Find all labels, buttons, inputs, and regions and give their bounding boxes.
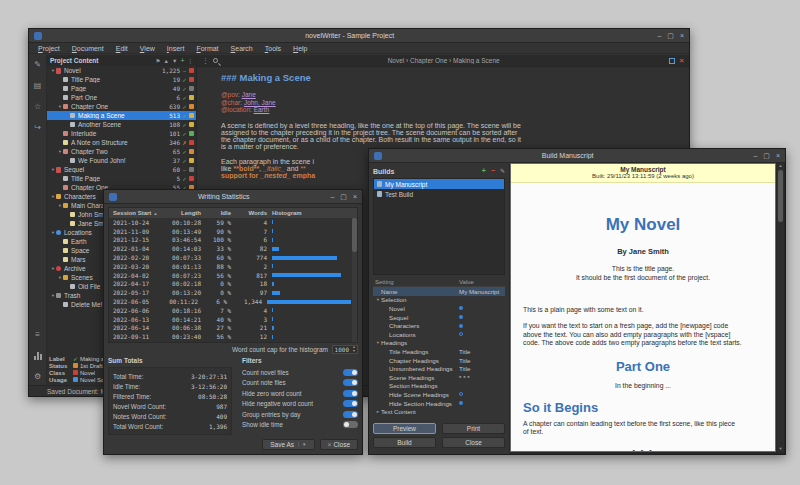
tree-row[interactable]: ▾Chapter Two65✓ — [47, 147, 196, 156]
stats-row[interactable]: 2021-12-1503:46:54100 %6 — [109, 236, 357, 245]
menu-edit[interactable]: Edit — [110, 45, 134, 52]
filter-toggle[interactable] — [343, 421, 358, 428]
move-up-icon[interactable]: ▲ — [164, 58, 169, 64]
stats-row[interactable]: 2022-04-1700:02:180 %18 — [109, 280, 357, 289]
tag-value[interactable]: Earth — [254, 106, 270, 113]
tag-value[interactable]: John, Jane — [244, 99, 276, 106]
setting-row[interactable]: Section Headings — [373, 382, 505, 391]
setting-row[interactable]: Locations — [373, 330, 505, 339]
tree-row[interactable]: Making a Scene513✓ — [47, 111, 196, 120]
setting-row[interactable]: Hide Section Headings — [373, 399, 505, 408]
tree-row[interactable]: Another Scene108✓ — [47, 120, 196, 129]
main-titlebar[interactable]: novelWriter - Sample Project – ▢ × — [29, 29, 689, 43]
filter-toggle[interactable] — [343, 400, 358, 407]
setting-row[interactable]: Hide Scene Headings — [373, 390, 505, 399]
stats-row[interactable]: 2022-06-0500:11:226 %1,344 — [109, 297, 357, 306]
menu-project[interactable]: Project — [32, 45, 66, 52]
sessions-table[interactable]: Session Start▲ Length Idle Words Histogr… — [108, 207, 358, 343]
preview-button[interactable]: Preview — [373, 423, 436, 434]
stats-titlebar[interactable]: Writing Statistics – ▢ × — [104, 190, 362, 204]
filter-toggle[interactable] — [343, 379, 358, 386]
sessions-table-header[interactable]: Session Start▲ Length Idle Words Histogr… — [109, 208, 357, 218]
stats-row[interactable]: 2021-10-2400:10:2859 %4 — [109, 218, 357, 227]
maximize-button[interactable]: ▢ — [763, 152, 770, 160]
menu-tools[interactable]: Tools — [259, 45, 287, 52]
export-icon[interactable]: ↪ — [34, 124, 41, 132]
stats-row[interactable]: 2022-01-0400:14:0333 %82 — [109, 244, 357, 253]
setting-row[interactable]: Characters — [373, 321, 505, 330]
add-item-icon[interactable]: + — [180, 58, 184, 64]
table-scrollbar-thumb[interactable] — [352, 218, 357, 252]
close-build-button[interactable]: Close — [442, 437, 505, 448]
move-down-icon[interactable]: ▼ — [172, 58, 177, 64]
tree-row[interactable]: ▾Chapter One639✓ — [47, 102, 196, 111]
spinner-arrows-icon[interactable]: ▲▼ — [351, 346, 357, 353]
close-document-icon[interactable]: × — [679, 57, 684, 65]
minimize-button[interactable]: – — [330, 193, 334, 201]
menu-format[interactable]: Format — [190, 45, 224, 52]
menu-view[interactable]: View — [134, 45, 161, 52]
tree-row[interactable]: ▾Novel1,225– — [47, 66, 196, 75]
close-button[interactable]: × — [353, 193, 357, 201]
tree-row[interactable]: Page49✓ — [47, 84, 196, 93]
tree-menu-kebab-icon[interactable]: ⋮ — [188, 58, 194, 64]
setting-row[interactable]: Title HeadingsTitle — [373, 347, 505, 356]
stats-row[interactable]: 2022-05-1700:13:200 %97 — [109, 288, 357, 297]
preview-scrollbar[interactable]: ▲ ▼ — [777, 163, 784, 452]
tree-row[interactable]: We Found John!37✓ — [47, 156, 196, 165]
stats-row[interactable]: 2022-04-0200:07:2356 %817 — [109, 271, 357, 280]
tree-row[interactable]: Part One6✓ — [47, 93, 196, 102]
focus-mode-icon[interactable] — [669, 58, 675, 64]
bookmarks-icon[interactable]: ☆ — [34, 103, 41, 111]
list-view-icon[interactable]: ≡ — [35, 331, 40, 339]
tree-row[interactable]: Title Page19✓ — [47, 75, 196, 84]
preview-scrollbar-thumb[interactable] — [778, 170, 783, 222]
maximize-button[interactable]: ▢ — [340, 193, 347, 201]
scroll-up-icon[interactable]: ▲ — [779, 163, 783, 169]
stats-row[interactable]: 2022-06-1300:14:2140 %3 — [109, 315, 357, 324]
minimize-button[interactable]: – — [753, 152, 757, 160]
edit-document-icon[interactable]: ✎ — [34, 61, 41, 69]
writing-stats-icon[interactable] — [34, 352, 42, 360]
col-session-start[interactable]: Session Start▲ — [109, 210, 157, 216]
bookmark-flag-icon[interactable]: ⚑ — [156, 58, 161, 64]
add-build-icon[interactable]: + — [482, 167, 486, 175]
save-as-button[interactable]: Save As▼ — [262, 439, 314, 450]
tree-row[interactable]: ▾Sequel60– — [47, 165, 196, 174]
col-length[interactable]: Length — [157, 210, 201, 216]
menu-search[interactable]: Search — [225, 45, 259, 52]
edit-build-icon[interactable]: ✎ — [500, 167, 505, 175]
setting-row[interactable]: Unnumbered HeadingsTitle — [373, 364, 505, 373]
setting-row[interactable]: Chapter HeadingsTitle — [373, 356, 505, 365]
close-button[interactable]: × — [680, 32, 684, 40]
filter-toggle[interactable] — [343, 411, 358, 418]
tree-row[interactable]: Interlude101✓ — [47, 129, 196, 138]
setting-row[interactable]: Sequel — [373, 313, 505, 322]
filter-toggle[interactable] — [343, 369, 358, 376]
setting-row[interactable]: ▸Text Content — [373, 407, 505, 416]
setting-row[interactable]: ▾Selection — [373, 296, 505, 305]
settings-gear-icon[interactable]: ⚙ — [34, 373, 41, 381]
menu-document[interactable]: Document — [66, 45, 110, 52]
tree-row[interactable]: A Note on Structure346✗ — [47, 138, 196, 147]
stats-row[interactable]: 2022-06-0600:18:167 %4 — [109, 306, 357, 315]
print-button[interactable]: Print — [442, 423, 505, 434]
close-button[interactable]: × — [776, 152, 780, 160]
close-stats-button[interactable]: ×Close — [320, 439, 358, 450]
setting-row[interactable]: NameMy Manuscript — [373, 287, 505, 296]
filter-toggle[interactable] — [343, 390, 358, 397]
setting-row[interactable]: ▾Headings — [373, 339, 505, 348]
stats-row[interactable]: 2022-03-2000:01:1388 %2 — [109, 262, 357, 271]
setting-row[interactable]: Scene Headings* * * — [373, 373, 505, 382]
tag-value[interactable]: Jane — [242, 91, 256, 98]
col-idle[interactable]: Idle — [201, 210, 231, 216]
menu-insert[interactable]: Insert — [161, 45, 191, 52]
word-cap-spinner[interactable]: 1000 ▲▼ — [332, 345, 358, 354]
build-list-item[interactable]: Test Build — [374, 189, 504, 199]
maximize-button[interactable]: ▢ — [667, 32, 674, 40]
search-icon[interactable] — [213, 58, 218, 63]
save-as-dropdown-icon[interactable]: ▼ — [298, 442, 306, 447]
stats-row[interactable]: 2022-06-1400:06:3827 %21 — [109, 324, 357, 333]
stats-row[interactable]: 2021-11-0900:13:4990 %7 — [109, 227, 357, 236]
menu-help[interactable]: Help — [287, 45, 313, 52]
